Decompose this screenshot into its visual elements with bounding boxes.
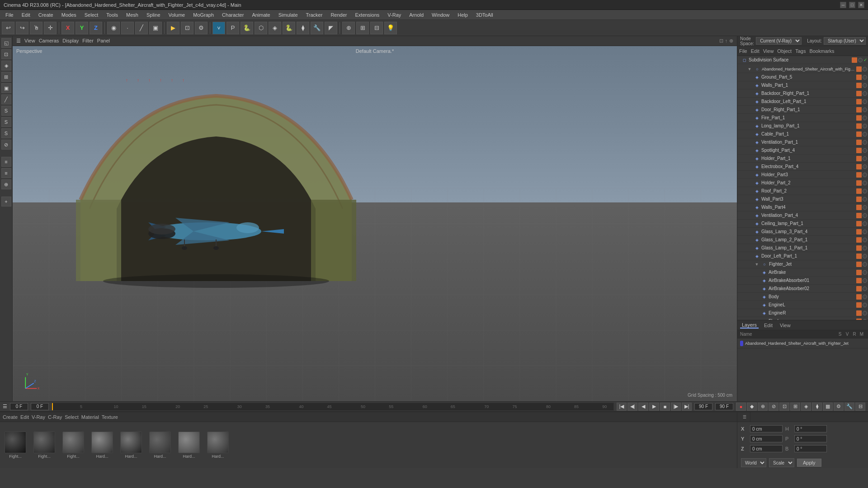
om-object[interactable]: Object (777, 48, 792, 54)
material-item-0[interactable]: Fight... (3, 432, 28, 459)
plugin6-button[interactable]: ⧫ (297, 22, 309, 34)
obj-walls4[interactable]: ◈Walls_Part4 (737, 203, 868, 211)
timeline-hamburger[interactable]: ☰ (3, 404, 7, 409)
close-button[interactable]: ✕ (858, 2, 864, 8)
obj-ground-part5[interactable]: ◈Ground_Part_5 (737, 73, 868, 81)
om-edit[interactable]: Edit (751, 48, 760, 54)
obj-vent4[interactable]: ◈Ventilation_Part_4 (737, 211, 868, 220)
mat-menu-create[interactable]: Create (3, 414, 18, 420)
obj-ventilation[interactable]: ◈Ventilation_Part_1 (737, 138, 868, 146)
menu-extensions[interactable]: Extensions (351, 11, 383, 19)
rotate-y-button[interactable]: Y (75, 22, 88, 34)
obj-cable[interactable]: ◈Cable_Part_1 (737, 130, 868, 138)
left-tool-14[interactable]: + (1, 197, 11, 206)
obj-airbrake[interactable]: ◈AirBrake (737, 268, 868, 277)
menu-tools[interactable]: Tools (103, 11, 122, 19)
left-tool-1[interactable]: ◱ (1, 38, 11, 48)
snapping-button[interactable]: ⊟ (370, 22, 383, 34)
layout-select[interactable]: Startup (User) (824, 37, 866, 45)
timeline-options-5[interactable]: ◈ (801, 403, 811, 411)
menu-help[interactable]: Help (454, 11, 472, 19)
vray-icon[interactable]: V (212, 22, 225, 34)
menu-mograph[interactable]: MoGraph (189, 11, 217, 19)
start-frame-input[interactable] (31, 403, 49, 410)
snap-button[interactable]: ⊕ (342, 22, 355, 34)
obj-subdivision-surface[interactable]: ◻ Subdivision Surface ✓ (737, 56, 868, 64)
left-tool-9[interactable]: S (1, 128, 11, 138)
prev-frame-button[interactable]: ◀| (627, 403, 637, 411)
point-mode-button[interactable]: · (121, 22, 134, 34)
mat-menu-vray[interactable]: V-Ray (32, 414, 45, 420)
menu-arnold[interactable]: Arnold (406, 11, 427, 19)
plugin1-button[interactable]: P (226, 22, 239, 34)
viewport-icon-3[interactable]: ⊕ (729, 38, 733, 44)
obj-airbrake-abs2[interactable]: ◈AirBrakeAbsorber02 (737, 285, 868, 293)
redo-button[interactable]: ↪ (16, 22, 28, 34)
h-input[interactable] (794, 425, 827, 432)
timeline-options-2[interactable]: ⊘ (769, 403, 778, 411)
obj-glass3[interactable]: ◈Glass_Lamp_3_Part_4 (737, 228, 868, 236)
left-tool-7[interactable]: S (1, 106, 11, 116)
stop-button[interactable]: ■ (660, 403, 670, 411)
material-item-1[interactable]: Fight... (32, 432, 57, 459)
material-item-5[interactable]: Hard... (147, 432, 173, 459)
obj-door-left[interactable]: ◈Door_Left_Part_1 (737, 252, 868, 260)
menu-modes[interactable]: Modes (58, 11, 80, 19)
mat-menu-edit[interactable]: Edit (20, 414, 29, 420)
keyframe-button[interactable]: ◆ (747, 403, 757, 411)
viewport-menu-display[interactable]: Display (62, 38, 79, 44)
left-tool-5[interactable]: ▣ (1, 83, 11, 93)
restore-button[interactable]: □ (849, 2, 855, 8)
obj-backdoor-left[interactable]: ◈Backdoor_Left_Part_1 (737, 98, 868, 106)
go-start-button[interactable]: |◀ (617, 403, 627, 411)
pos-z-input[interactable] (750, 445, 783, 452)
scale-select[interactable]: Scale (769, 458, 794, 467)
menu-volume[interactable]: Volume (165, 11, 189, 19)
b-input[interactable] (794, 445, 827, 452)
timeline-options-10[interactable]: ⊟ (855, 403, 865, 411)
render-region-button[interactable]: ⊡ (181, 22, 193, 34)
mat-menu-texture[interactable]: Texture (102, 414, 118, 420)
viewport-hamburger[interactable]: ☰ (16, 38, 21, 44)
menu-mesh[interactable]: Mesh (123, 11, 142, 19)
node-space-select[interactable]: Current (V-Ray) (756, 37, 802, 45)
om-bookmarks[interactable]: Bookmarks (809, 48, 834, 54)
total-frame-input[interactable] (715, 403, 733, 410)
viewport-menu-view[interactable]: View (24, 38, 35, 44)
current-frame-input[interactable] (10, 403, 28, 410)
material-item-2[interactable]: Fight... (61, 432, 86, 459)
menu-select[interactable]: Select (81, 11, 102, 19)
left-tool-3[interactable]: ◈ (1, 61, 11, 70)
p-input[interactable] (794, 435, 827, 442)
menu-edit[interactable]: Edit (18, 11, 34, 19)
end-frame-input[interactable] (694, 403, 712, 410)
obj-glass2[interactable]: ◈Glass_Lamp_2_Part_1 (737, 236, 868, 244)
minimize-button[interactable]: ─ (840, 2, 846, 8)
viewport-icon-2[interactable]: ↑ (725, 38, 728, 44)
mat-menu-select[interactable]: Select (65, 414, 79, 420)
obj-wall3[interactable]: ◈Wall_Part3 (737, 195, 868, 203)
om-file[interactable]: File (739, 48, 747, 54)
obj-holder2[interactable]: ◈Holder_Part_2 (737, 179, 868, 187)
viewport[interactable]: ↑ ↑ ↑ ↑ ↑ ↑ Perspective Default Camera.*… (13, 46, 737, 401)
material-item-4[interactable]: Hard... (118, 432, 144, 459)
obj-ceiling-lamp[interactable]: ◈Ceiling_lamp_Part_1 (737, 220, 868, 228)
obj-fire-part1[interactable]: ◈Fire_Part_1 (737, 114, 868, 122)
plugin2-button[interactable]: 🐍 (241, 22, 253, 34)
pos-x-input[interactable] (750, 425, 783, 432)
go-end-button[interactable]: ▶| (682, 403, 692, 411)
obj-electrobox[interactable]: ◈Electrobox_Part_4 (737, 163, 868, 171)
menu-3dtoall[interactable]: 3DToAll (472, 11, 497, 19)
timeline-options-6[interactable]: ⧫ (812, 403, 822, 411)
viewport-menu-cameras[interactable]: Cameras (39, 38, 59, 44)
om-tags[interactable]: Tags (795, 48, 806, 54)
polygon-mode-button[interactable]: ▣ (149, 22, 162, 34)
menu-render[interactable]: Render (327, 11, 350, 19)
timeline-options-8[interactable]: ⚙ (834, 403, 844, 411)
left-tool-13[interactable]: ⊕ (1, 179, 11, 189)
obj-enginel[interactable]: ◈EngineL (737, 301, 868, 309)
viewport-menu-panel[interactable]: Panel (97, 38, 110, 44)
plugin8-button[interactable]: ◤ (325, 22, 337, 34)
viewport-icon-1[interactable]: ⊡ (719, 38, 723, 44)
layers-tab-view[interactable]: View (778, 323, 793, 328)
